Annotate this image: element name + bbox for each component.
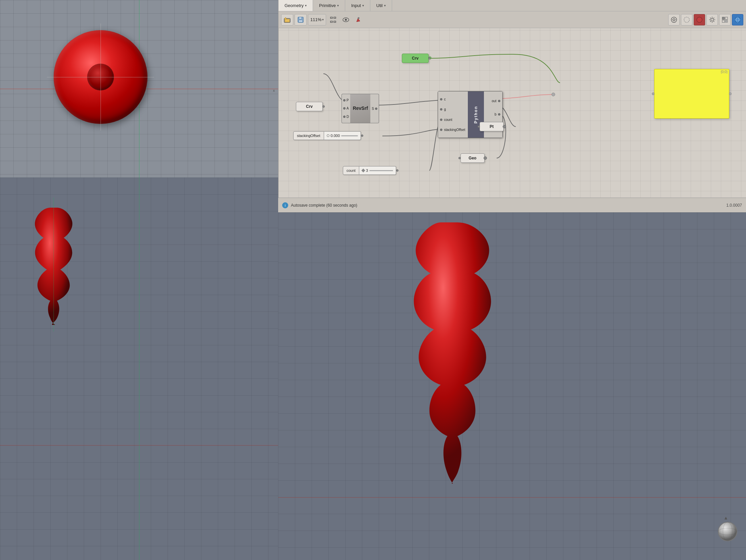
menu-bar: Geometry ▾ Primitive ▾ Input ▾ Util ▾ xyxy=(279,0,746,11)
viewport-bottom-right[interactable]: ▲ xyxy=(278,212,746,560)
menu-util-chevron: ▾ xyxy=(384,4,386,7)
menu-geometry-label: Geometry xyxy=(285,3,304,8)
menu-input-chevron: ▾ xyxy=(362,4,364,7)
gh-canvas[interactable]: Crv Crv P xyxy=(279,28,746,198)
pt-label: Pt xyxy=(490,124,494,129)
menu-input-label: Input xyxy=(351,3,361,8)
node-crv-input[interactable]: Crv xyxy=(296,102,323,111)
node-stacking-offset[interactable]: stackingOffset 0.000 xyxy=(293,131,361,140)
menu-primitive-chevron: ▾ xyxy=(337,4,339,7)
node-geo[interactable]: Geo xyxy=(460,153,485,163)
count-value[interactable]: 3 xyxy=(359,166,396,175)
sphere-mode-icon[interactable] xyxy=(732,14,743,26)
axis-red-horizontal xyxy=(0,445,278,445)
revsrf-title: RevSrf xyxy=(353,106,368,111)
open-button[interactable] xyxy=(281,14,293,26)
preview-on-icon[interactable] xyxy=(694,14,705,26)
vase-small xyxy=(20,198,87,331)
svg-rect-19 xyxy=(725,20,727,23)
menu-primitive-label: Primitive xyxy=(319,3,336,8)
svg-rect-6 xyxy=(334,17,336,19)
status-icon: i xyxy=(282,202,288,208)
crv-input-label: Crv xyxy=(306,104,313,109)
settings-icon[interactable] xyxy=(707,14,718,26)
count-diamond-icon xyxy=(361,169,365,172)
svg-rect-3 xyxy=(299,17,302,19)
navigation-sphere[interactable]: ▲ xyxy=(716,520,736,540)
revsrf-port-p: P xyxy=(343,98,349,102)
vase-large xyxy=(385,216,513,517)
svg-rect-18 xyxy=(722,20,724,23)
viewport-grid: x Geometry ▾ Primitive ▾ Input ▾ xyxy=(0,0,746,560)
svg-rect-11 xyxy=(358,18,359,19)
python-port-count: count xyxy=(440,118,466,122)
paint-button[interactable] xyxy=(353,14,364,26)
crv-top-label: Crv xyxy=(412,56,419,61)
zoom-group[interactable]: 111% ▾ xyxy=(308,14,326,26)
svg-rect-7 xyxy=(331,21,333,23)
crosshair-v xyxy=(101,24,101,130)
display-title: {0;0} xyxy=(655,69,729,75)
red-circle-top-view xyxy=(54,30,147,124)
python-port-b: b xyxy=(494,112,501,117)
status-bar: i Autosave complete (60 seconds ago) 1.0… xyxy=(278,198,746,212)
status-message: Autosave complete (60 seconds ago) xyxy=(291,203,357,208)
stacking-slider[interactable] xyxy=(341,135,357,136)
gh-toolbar: 111% ▾ xyxy=(279,11,746,28)
menu-util-label: Util xyxy=(376,3,383,8)
python-ports-left: c g count stackingOffset xyxy=(438,91,468,138)
svg-point-12 xyxy=(671,17,677,23)
display-mode-icon[interactable] xyxy=(719,14,730,26)
count-value-text: 3 xyxy=(366,169,368,173)
revsrf-port-d: D xyxy=(343,115,349,119)
viewport-top-left[interactable]: x xyxy=(0,0,278,178)
zoom-dropdown-arrow[interactable]: ▾ xyxy=(322,18,324,22)
red-circle-outer xyxy=(54,30,147,124)
toolbar-right-icons xyxy=(668,14,743,26)
node-pt[interactable]: Pt xyxy=(480,122,504,131)
save-button[interactable] xyxy=(294,14,307,26)
zoom-value: 111% xyxy=(310,17,321,22)
display-port-left xyxy=(652,92,655,95)
node-count[interactable]: count 3 xyxy=(343,166,396,175)
node-revsrf[interactable]: P A D RevSrf xyxy=(342,94,379,123)
svg-point-15 xyxy=(711,19,714,21)
menu-util[interactable]: Util ▾ xyxy=(370,0,392,11)
python-label: Python xyxy=(474,106,478,124)
svg-point-13 xyxy=(684,17,689,23)
menu-geometry[interactable]: Geometry ▾ xyxy=(279,0,313,11)
python-port-c: c xyxy=(440,97,466,101)
viewport-bottom-left[interactable] xyxy=(0,178,278,560)
svg-point-24 xyxy=(552,93,555,96)
menu-primitive[interactable]: Primitive ▾ xyxy=(313,0,345,11)
fit-view-button[interactable] xyxy=(327,14,339,26)
status-version: 1.0.0007 xyxy=(726,203,742,208)
bake-icon[interactable] xyxy=(668,14,680,26)
display-port-right xyxy=(729,92,731,95)
count-slider[interactable] xyxy=(369,170,393,171)
menu-input[interactable]: Input ▾ xyxy=(345,0,370,11)
count-label-text: count xyxy=(346,169,355,173)
axis-green-vertical xyxy=(139,178,139,560)
stacking-label-text: stackingOffset xyxy=(297,134,320,138)
svg-rect-1 xyxy=(285,19,290,22)
stacking-value[interactable]: 0.000 xyxy=(324,131,361,140)
svg-rect-5 xyxy=(331,17,333,19)
python-port-stacking: stackingOffset xyxy=(440,127,466,132)
revsrf-port-s: S xyxy=(372,107,377,111)
python-port-out: out xyxy=(491,99,500,103)
svg-rect-16 xyxy=(722,17,724,20)
preview-off-icon[interactable] xyxy=(681,14,692,26)
svg-point-20 xyxy=(735,17,740,23)
svg-rect-8 xyxy=(334,21,336,23)
svg-rect-4 xyxy=(298,20,303,22)
nav-sphere-svg xyxy=(716,520,739,543)
nav-up-arrow[interactable]: ▲ xyxy=(723,515,728,521)
preview-toggle-button[interactable] xyxy=(340,14,351,26)
count-label: count xyxy=(343,166,359,175)
gh-display-panel[interactable]: {0;0} xyxy=(654,69,729,119)
svg-rect-17 xyxy=(725,17,727,20)
stacking-label: stackingOffset xyxy=(293,131,324,140)
menu-geometry-chevron: ▾ xyxy=(305,4,307,7)
node-crv-top[interactable]: Crv xyxy=(402,54,429,63)
